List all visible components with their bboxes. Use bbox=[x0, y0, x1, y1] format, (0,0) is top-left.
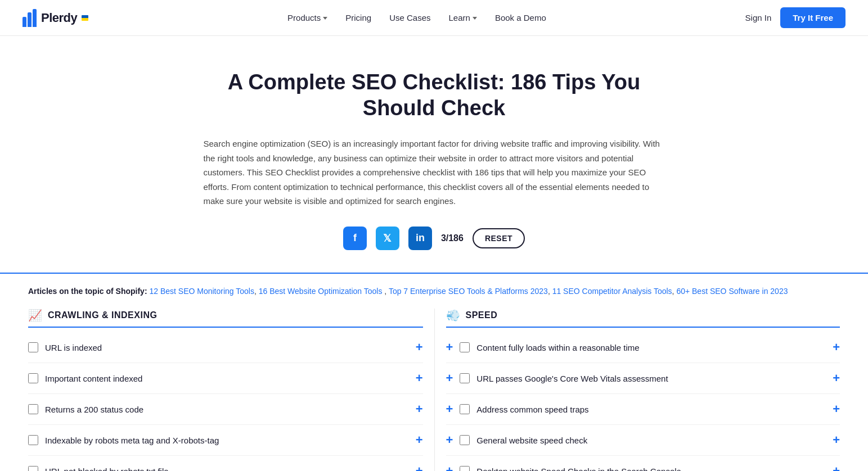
speed-icon: 💨 bbox=[446, 309, 460, 322]
speed-checkbox-1[interactable] bbox=[460, 342, 470, 352]
speed-section-header: 💨 SPEED bbox=[446, 309, 840, 328]
navbar: Plerdy Products Pricing Use Cases Learn … bbox=[0, 0, 868, 36]
nav-products[interactable]: Products bbox=[287, 13, 327, 22]
speed-expand-1[interactable]: + bbox=[446, 340, 460, 355]
speed-label-5: Desktop website Speed Checks in the Sear… bbox=[476, 467, 826, 471]
facebook-icon: f bbox=[353, 232, 357, 244]
speed-expand-3b[interactable]: + bbox=[826, 402, 840, 416]
item-label-3: Returns a 200 status code bbox=[45, 405, 409, 414]
item-checkbox-5[interactable] bbox=[28, 466, 38, 471]
item-expand-2[interactable]: + bbox=[409, 371, 423, 386]
checklist-grid: 📈 CRAWLING & INDEXING URL is indexed + I… bbox=[0, 309, 868, 471]
hero-description: Search engine optimization (SEO) is an i… bbox=[204, 137, 665, 209]
speed-item-4: + General website speed check + bbox=[446, 425, 840, 456]
article-link-5[interactable]: 60+ Best SEO Software in 2023 bbox=[676, 287, 788, 296]
facebook-share-button[interactable]: f bbox=[343, 227, 367, 250]
twitter-icon: 𝕏 bbox=[383, 232, 392, 244]
crawling-section-title: CRAWLING & INDEXING bbox=[48, 310, 157, 320]
article-link-4[interactable]: 11 SEO Competitor Analysis Tools bbox=[552, 287, 672, 296]
item-label-1: URL is indexed bbox=[45, 343, 409, 352]
navbar-actions: Sign In Try It Free bbox=[745, 7, 845, 28]
crawling-item-1: URL is indexed + bbox=[28, 332, 423, 363]
speed-section-title: SPEED bbox=[466, 310, 498, 320]
linkedin-icon: in bbox=[416, 232, 425, 244]
item-checkbox-3[interactable] bbox=[28, 404, 38, 414]
main-nav: Products Pricing Use Cases Learn Book a … bbox=[287, 13, 546, 22]
try-free-button[interactable]: Try It Free bbox=[780, 7, 845, 28]
speed-expand-2[interactable]: + bbox=[446, 371, 460, 386]
item-checkbox-4[interactable] bbox=[28, 435, 38, 445]
item-checkbox-2[interactable] bbox=[28, 373, 38, 383]
speed-checkbox-3[interactable] bbox=[460, 404, 470, 414]
reset-button[interactable]: RESET bbox=[473, 228, 525, 248]
item-checkbox-1[interactable] bbox=[28, 342, 38, 352]
speed-item-3: + Address common speed traps + bbox=[446, 394, 840, 425]
speed-checkbox-2[interactable] bbox=[460, 373, 470, 383]
logo-link[interactable]: Plerdy bbox=[23, 9, 88, 27]
speed-expand-5b[interactable]: + bbox=[826, 464, 840, 471]
logo-icon bbox=[23, 9, 37, 27]
item-expand-1[interactable]: + bbox=[409, 340, 423, 355]
articles-bar: Articles on the topic of Shopify: 12 Bes… bbox=[0, 274, 868, 309]
speed-expand-5[interactable]: + bbox=[446, 464, 460, 471]
chevron-down-icon bbox=[323, 17, 327, 20]
crawling-icon: 📈 bbox=[28, 309, 42, 322]
item-label-5: URL not blocked by robots.txt file bbox=[45, 467, 409, 471]
speed-item-1: + Content fully loads within a reasonabl… bbox=[446, 332, 840, 363]
signin-button[interactable]: Sign In bbox=[745, 13, 772, 22]
speed-expand-2b[interactable]: + bbox=[826, 371, 840, 386]
speed-label-4: General website speed check bbox=[476, 436, 826, 445]
ukraine-flag-icon bbox=[82, 15, 88, 21]
speed-col: 💨 SPEED + Content fully loads within a r… bbox=[434, 309, 840, 471]
item-expand-3[interactable]: + bbox=[409, 402, 423, 416]
logo-text: Plerdy bbox=[41, 11, 77, 25]
crawling-item-2: Important content indexed + bbox=[28, 363, 423, 394]
articles-prefix: Articles on the topic of Shopify: bbox=[28, 287, 147, 296]
speed-expand-4[interactable]: + bbox=[446, 433, 460, 447]
crawling-indexing-col: 📈 CRAWLING & INDEXING URL is indexed + I… bbox=[28, 309, 434, 471]
crawling-section-header: 📈 CRAWLING & INDEXING bbox=[28, 309, 423, 328]
nav-learn[interactable]: Learn bbox=[449, 13, 477, 22]
nav-use-cases[interactable]: Use Cases bbox=[389, 13, 430, 22]
crawling-item-4: Indexable by robots meta tag and X-robot… bbox=[28, 425, 423, 456]
nav-book-demo[interactable]: Book a Demo bbox=[495, 13, 546, 22]
speed-item-5: + Desktop website Speed Checks in the Se… bbox=[446, 456, 840, 471]
speed-label-1: Content fully loads within a reasonable … bbox=[476, 343, 826, 352]
speed-label-3: Address common speed traps bbox=[476, 405, 826, 414]
linkedin-share-button[interactable]: in bbox=[408, 227, 432, 250]
speed-checkbox-5[interactable] bbox=[460, 466, 470, 471]
checklist-counter: 3/186 bbox=[441, 233, 464, 243]
page-title: A Complete SEO Checklist: 186 Tips You S… bbox=[204, 70, 665, 121]
twitter-share-button[interactable]: 𝕏 bbox=[376, 227, 399, 250]
item-label-4: Indexable by robots meta tag and X-robot… bbox=[45, 436, 409, 445]
speed-item-2: + URL passes Google's Core Web Vitals as… bbox=[446, 363, 840, 394]
speed-expand-4b[interactable]: + bbox=[826, 433, 840, 447]
item-expand-4[interactable]: + bbox=[409, 433, 423, 447]
crawling-item-3: Returns a 200 status code + bbox=[28, 394, 423, 425]
item-expand-5[interactable]: + bbox=[409, 464, 423, 471]
nav-pricing[interactable]: Pricing bbox=[345, 13, 371, 22]
crawling-item-5: URL not blocked by robots.txt file + bbox=[28, 456, 423, 471]
hero-actions: f 𝕏 in 3/186 RESET bbox=[204, 227, 665, 250]
speed-expand-1b[interactable]: + bbox=[826, 340, 840, 355]
speed-label-2: URL passes Google's Core Web Vitals asse… bbox=[476, 374, 826, 383]
speed-expand-3[interactable]: + bbox=[446, 402, 460, 416]
article-link-2[interactable]: 16 Best Website Optimization Tools bbox=[259, 287, 383, 296]
item-label-2: Important content indexed bbox=[45, 374, 409, 383]
speed-checkbox-4[interactable] bbox=[460, 435, 470, 445]
chevron-down-icon bbox=[473, 17, 477, 20]
hero-section: A Complete SEO Checklist: 186 Tips You S… bbox=[181, 36, 687, 273]
article-link-1[interactable]: 12 Best SEO Monitoring Tools bbox=[149, 287, 254, 296]
article-link-3[interactable]: Top 7 Enterprise SEO Tools & Platforms 2… bbox=[389, 287, 548, 296]
